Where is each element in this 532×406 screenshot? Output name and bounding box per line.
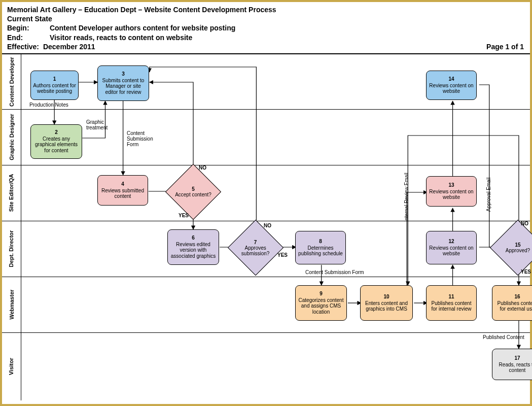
edge-label-content-submission-form: Content Submission Form bbox=[127, 130, 162, 147]
step-2-creates-graphics: 2 Creates any graphical elements for con… bbox=[30, 124, 82, 159]
diagram-effective-row: Effective: December 2011 bbox=[7, 42, 525, 51]
decision-7-approves-submission: 7Approves submission? bbox=[228, 220, 283, 276]
step-1-authors-content: 1 Authors content for website posting bbox=[30, 71, 79, 100]
page-indicator: Page 1 of 1 bbox=[486, 42, 524, 51]
edge-label-approval-email: Approval Email bbox=[486, 178, 491, 212]
step-10-enters-cms: 10 Enters content and graphics into CMS bbox=[360, 285, 413, 321]
step-8-publishing-schedule: 8 Determines publishing schedule bbox=[295, 231, 346, 264]
edge-label-no-7: NO bbox=[264, 223, 271, 228]
end-label: End: bbox=[7, 33, 48, 42]
edge-label-content-submission-form-2: Content Submission Form bbox=[305, 269, 364, 275]
effective-label: Effective: bbox=[7, 42, 39, 51]
swimlane-diagram: Memorial Art Gallery – Education Dept – … bbox=[0, 0, 532, 406]
step-6-reviews-edited: 6 Reviews edited version with associated… bbox=[167, 229, 219, 265]
lane-label-graphic-designer: Graphic Designer bbox=[2, 109, 21, 165]
lane-label-webmaster: Webmaster bbox=[2, 277, 21, 332]
edge-label-yes-5: YES bbox=[179, 213, 189, 218]
step-12-reviews-content: 12 Reviews content on website bbox=[426, 231, 477, 264]
diagram-end-row: End: Visitor reads, reacts to content on… bbox=[7, 33, 525, 42]
step-17-reads-reacts: 17 Reads, reacts to content bbox=[492, 349, 532, 380]
edge-label-no-15: NO bbox=[521, 221, 528, 226]
diagram-begin-row: Begin: Content Developer authors content… bbox=[7, 23, 525, 32]
step-11-publish-internal: 11 Publishes content for internal review bbox=[426, 285, 477, 321]
edge-label-internal-review-email: Internal Review Email bbox=[404, 173, 409, 222]
edge-label-yes-15: YES bbox=[521, 269, 531, 275]
step-16-publish-external: 16 Publishes content for external use bbox=[492, 285, 532, 321]
diagram-state: Current State bbox=[7, 14, 525, 23]
lane-label-site-editor-qa: Site Editor/QA bbox=[2, 165, 21, 221]
lane-label-content-developer: Content Developer bbox=[2, 54, 21, 109]
begin-label: Begin: bbox=[7, 23, 48, 32]
diagram-canvas: 1 Authors content for website posting 3 … bbox=[21, 54, 530, 400]
connector-lines bbox=[21, 54, 530, 400]
edge-label-graphic-treatment: Graphic treatment bbox=[86, 119, 117, 130]
step-13-reviews-content: 13 Reviews content on website bbox=[426, 176, 477, 207]
edge-label-published-content: Published Content bbox=[483, 334, 524, 340]
decision-15-approved: 15Approved? bbox=[490, 220, 532, 276]
swimlane-body: Content Developer Graphic Designer Site … bbox=[2, 54, 530, 400]
end-value: Visitor reads, reacts to content on webs… bbox=[50, 33, 192, 42]
step-4-reviews-submitted: 4 Reviews submitted content bbox=[97, 175, 148, 206]
diagram-header: Memorial Art Gallery – Education Dept – … bbox=[2, 2, 530, 54]
diagram-title: Memorial Art Gallery – Education Dept – … bbox=[7, 5, 525, 14]
edge-label-no-5: NO bbox=[199, 165, 206, 171]
decision-5-accept-content: 5Accept content? bbox=[165, 164, 221, 220]
step-14-reviews-content: 14 Reviews content on website bbox=[426, 71, 477, 100]
begin-value: Content Developer authors content for we… bbox=[50, 24, 235, 32]
edge-label-yes-7: YES bbox=[277, 252, 288, 258]
step-3-submits-content: 3 Submits content to Manager or site edi… bbox=[97, 65, 149, 101]
lane-label-visitor: Visitor bbox=[2, 332, 21, 400]
step-9-categorizes-cms: 9 Categorizes content and assigns CMS lo… bbox=[295, 285, 347, 321]
effective-value: December 2011 bbox=[43, 43, 95, 51]
lane-label-dept-director: Dept. Director bbox=[2, 221, 21, 277]
edge-label-production-notes: Production Notes bbox=[29, 102, 68, 108]
